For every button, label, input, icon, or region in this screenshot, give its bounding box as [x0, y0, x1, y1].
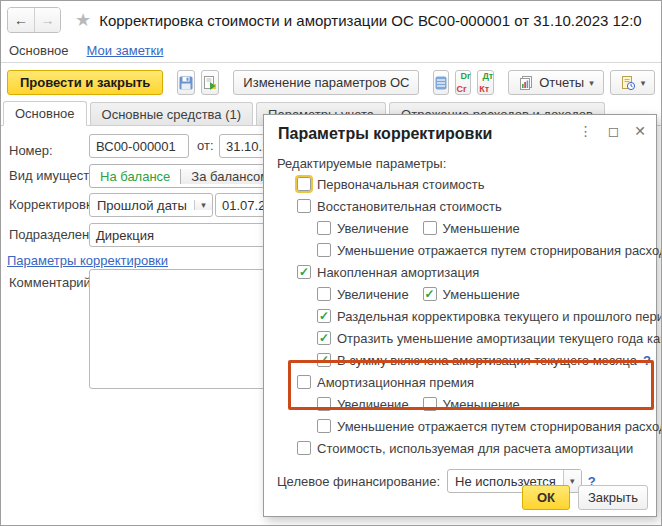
document-history-button[interactable]: ▾: [610, 70, 656, 95]
depreciation-increase-label: Увеличение: [337, 287, 409, 302]
property-kind-toggle: На балансе За балансом: [89, 164, 280, 188]
separate-correction-label: Раздельная корректировка текущего и прош…: [337, 309, 662, 324]
replacement-increase-label: Увеличение: [337, 221, 409, 236]
storno-current-year-label: Отразить уменьшение амортизации текущего…: [337, 331, 662, 346]
dialog-title: Параметры корректировки: [278, 125, 492, 143]
bonus-decrease-label: Уменьшение: [443, 397, 520, 412]
department-value: Дирекция: [96, 228, 154, 243]
chevron-down-icon[interactable]: ▾: [194, 200, 212, 210]
separate-correction-checkbox[interactable]: [317, 309, 331, 323]
drcr-entries-button[interactable]: Dr Cr: [455, 70, 471, 95]
dialog-menu-icon[interactable]: ⋮: [579, 124, 593, 138]
app-window: ← → ★ Корректировка стоимости и амортиза…: [0, 0, 662, 526]
chevron-down-icon: ▾: [589, 78, 594, 88]
storno-current-year-checkbox[interactable]: [317, 331, 331, 345]
initial-cost-checkbox[interactable]: [297, 177, 311, 191]
editable-params-label: Редактируемые параметры:: [264, 153, 656, 173]
reports-icon: [518, 75, 534, 90]
replacement-storno-checkbox[interactable]: [317, 243, 331, 257]
bonus-storno-label: Уменьшение отражается путем сторнировани…: [337, 419, 662, 434]
bonus-increase-checkbox[interactable]: [317, 397, 331, 411]
depreciation-bonus-label: Амортизационная премия: [317, 375, 474, 390]
history-nav-group: ← →: [7, 7, 61, 33]
file-clock-icon: [620, 75, 636, 91]
back-button[interactable]: ←: [8, 8, 34, 32]
replacement-cost-label: Восстановительная стоимость: [317, 199, 502, 214]
replacement-cost-checkbox[interactable]: [297, 199, 311, 213]
target-financing-label: Целевое финансирование:: [277, 474, 440, 489]
current-month-included-label: В сумму включена амортизация текущего ме…: [337, 353, 637, 368]
dtkt-entries-button[interactable]: Дт Кт: [477, 70, 494, 95]
dialog-header: Параметры корректировки ⋮ ◻ ✕: [264, 115, 656, 153]
on-balance-option[interactable]: На балансе: [90, 169, 180, 184]
post-and-close-button[interactable]: Провести и закрыть: [7, 70, 163, 95]
bonus-decrease-checkbox[interactable]: [423, 397, 437, 411]
accumulated-depreciation-checkbox[interactable]: [297, 265, 311, 279]
reports-label: Отчеты: [539, 75, 584, 90]
register-icon: [434, 75, 448, 91]
correction-params-link[interactable]: Параметры корректировки: [7, 253, 168, 268]
favorite-star-icon[interactable]: ★: [75, 9, 91, 31]
replacement-decrease-checkbox[interactable]: [423, 221, 437, 235]
number-label: Номер:: [9, 143, 53, 158]
register-records-button[interactable]: [433, 70, 449, 95]
tab-osnovnye-sredstva[interactable]: Основные средства (1): [90, 102, 254, 125]
save-icon: [178, 75, 194, 91]
dialog-maximize-icon[interactable]: ◻: [608, 124, 620, 138]
cost-for-depreciation-checkbox[interactable]: [297, 441, 311, 455]
reports-button[interactable]: Отчеты ▾: [508, 70, 603, 95]
section-nav: Основное Мои заметки: [1, 39, 661, 63]
kt-label: Кт: [479, 85, 489, 93]
cr-label: Cr: [456, 85, 466, 93]
ok-button[interactable]: ОК: [522, 485, 570, 510]
nav-main-label: Основное: [9, 43, 69, 58]
tab-osnovnoe[interactable]: Основное: [3, 101, 87, 126]
save-button[interactable]: [177, 70, 195, 95]
post-document-button[interactable]: [201, 70, 219, 95]
nav-notes-link[interactable]: Мои заметки: [87, 43, 164, 58]
dialog-close-icon[interactable]: ✕: [634, 124, 646, 138]
replacement-decrease-label: Уменьшение: [443, 221, 520, 236]
correction-from-select[interactable]: Прошлой даты ▾: [89, 193, 213, 217]
date-label: от:: [197, 138, 214, 153]
replacement-storno-label: Уменьшение отражается путем сторнировани…: [337, 243, 662, 258]
correction-params-dialog: Параметры корректировки ⋮ ◻ ✕ Редактируе…: [263, 114, 657, 517]
dt-label: Дт: [482, 72, 493, 80]
depreciation-decrease-label: Уменьшение: [443, 287, 520, 302]
bonus-storno-checkbox[interactable]: [317, 419, 331, 433]
change-os-params-button[interactable]: Изменение параметров ОС: [233, 70, 419, 95]
help-link[interactable]: ?: [643, 353, 651, 368]
title-bar: ← → ★ Корректировка стоимости и амортиза…: [1, 1, 661, 39]
current-month-included-checkbox[interactable]: [317, 353, 331, 367]
number-value: ВС00-000001: [96, 139, 176, 154]
close-button[interactable]: Закрыть: [578, 485, 648, 510]
cost-for-depreciation-label: Стоимость, используемая для расчета амор…: [317, 441, 633, 456]
post-document-icon: [202, 75, 218, 91]
depreciation-bonus-checkbox[interactable]: [297, 375, 311, 389]
forward-button[interactable]: →: [34, 8, 60, 32]
replacement-increase-checkbox[interactable]: [317, 221, 331, 235]
bonus-increase-label: Увеличение: [337, 397, 409, 412]
comment-label: Комментарий:: [9, 275, 95, 290]
depreciation-increase-checkbox[interactable]: [317, 287, 331, 301]
page-title: Корректировка стоимости и амортизации ОС…: [99, 12, 642, 29]
chevron-down-icon: ▾: [641, 78, 646, 88]
depreciation-decrease-checkbox[interactable]: [423, 287, 437, 301]
initial-cost-label: Первоначальная стоимость: [317, 177, 485, 192]
correction-from-value: Прошлой даты: [90, 198, 194, 213]
number-input[interactable]: ВС00-000001: [89, 134, 189, 158]
accumulated-depreciation-label: Накопленная амортизация: [317, 265, 479, 280]
dr-label: Dr: [460, 72, 470, 80]
dialog-body: Первоначальная стоимость Восстановительн…: [264, 173, 656, 493]
toolbar: Провести и закрыть Изменение параметров …: [1, 64, 661, 101]
